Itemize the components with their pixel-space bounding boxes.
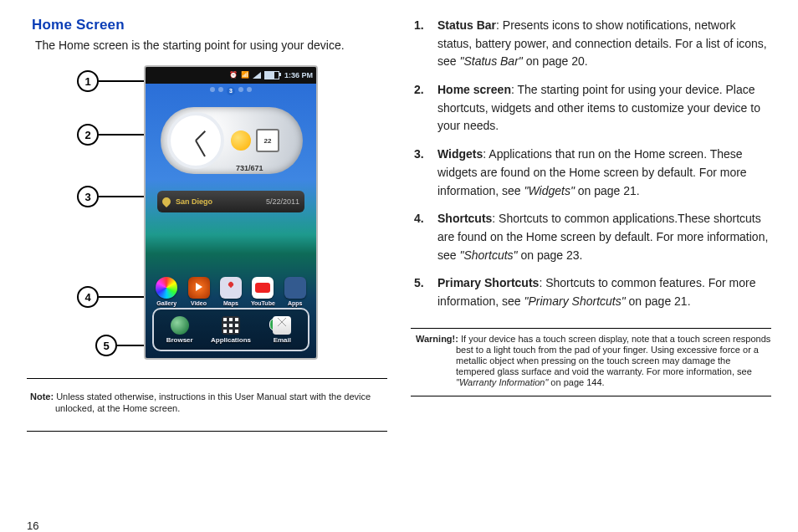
status-time: 1:36 PM	[284, 71, 313, 79]
item-term: Primary Shortcuts	[437, 276, 539, 289]
warning-label: Warning!:	[416, 334, 458, 344]
status-bar: ⏰ 📶 1:36 PM	[146, 67, 316, 84]
email-icon	[273, 316, 291, 335]
list-item: 2. Home screen: The starting point for u…	[411, 81, 771, 136]
item-crossref: "Primary Shortcuts"	[524, 294, 626, 308]
calendar-icon: 22	[256, 129, 279, 152]
app-grid-icon	[222, 316, 240, 335]
weather-city: San Diego	[176, 197, 212, 206]
alarm-icon: ⏰	[229, 71, 238, 79]
callout-1: 1	[77, 70, 146, 92]
callout-number: 5	[95, 335, 117, 356]
item-number: 3.	[414, 146, 424, 164]
note-text: Unless stated otherwise, instructions in…	[55, 391, 371, 413]
app-apps: Apps	[282, 277, 309, 306]
item-term: Home screen	[437, 83, 511, 96]
video-icon	[188, 277, 210, 299]
shortcut-row: Gallery Video Maps YouTube Apps	[146, 268, 316, 306]
device-screenshot: ⏰ 📶 1:36 PM 3	[144, 65, 318, 360]
page-dot	[210, 87, 215, 92]
sun-icon	[231, 130, 251, 151]
gallery-icon	[156, 277, 177, 299]
item-tail: on page 21.	[626, 294, 691, 308]
list-item: 1. Status Bar: Presents icons to show no…	[411, 17, 771, 71]
temperature-text: 731/671	[236, 164, 263, 172]
app-label: Apps	[282, 300, 309, 306]
battery-icon	[264, 71, 279, 79]
home-wallpaper: 3 22 731/671 San Diego	[146, 84, 316, 358]
app-label: YouTube	[249, 300, 276, 306]
page-number: 16	[27, 503, 387, 532]
divider	[27, 431, 387, 432]
warning-note: Warning!: If your device has a touch scr…	[411, 334, 771, 389]
annotated-phone-figure: 1 2 3 4 5 ⏰ 📶 1:36 PM	[27, 60, 387, 365]
item-number: 5.	[414, 274, 424, 293]
dock-label: Browser	[157, 336, 202, 344]
page-indicator: 3	[146, 87, 316, 95]
dock-applications: Applications	[208, 316, 253, 344]
dock-email: 29 Email	[259, 316, 304, 344]
app-label: Maps	[217, 300, 244, 306]
signal-icon	[253, 72, 261, 79]
divider	[411, 328, 771, 329]
page-dot	[247, 87, 252, 92]
item-tail: on page 21.	[575, 184, 640, 197]
callout-number: 1	[77, 70, 99, 92]
item-number: 4.	[414, 210, 424, 228]
dock-label: Applications	[208, 336, 253, 344]
divider	[27, 378, 387, 379]
item-tail: on page 23.	[518, 248, 583, 262]
app-gallery: Gallery	[153, 277, 180, 306]
intro-text: The Home screen is the starting point fo…	[35, 38, 387, 52]
analog-clock-icon	[167, 112, 224, 169]
list-item: 5. Primary Shortcuts: Shortcuts to commo…	[411, 274, 771, 310]
item-crossref: "Widgets"	[524, 184, 575, 197]
callout-3: 3	[77, 186, 146, 207]
left-column: Home Screen The Home screen is the start…	[27, 17, 399, 532]
page-dot-active: 3	[227, 87, 235, 95]
item-number: 2.	[414, 81, 424, 100]
item-term: Shortcuts	[437, 212, 492, 225]
network-icon: 📶	[241, 71, 249, 79]
weather-date: 5/22/2011	[266, 197, 299, 206]
divider	[411, 396, 771, 396]
item-term: Status Bar	[437, 18, 496, 32]
item-term: Widgets	[437, 147, 483, 161]
browser-icon	[171, 316, 189, 335]
dock-browser: Browser	[157, 316, 202, 344]
list-item: 4. Shortcuts: Shortcuts to common applic…	[411, 210, 771, 264]
item-crossref: "Shortcuts"	[459, 248, 517, 262]
callout-number: 2	[77, 124, 99, 146]
callout-number: 3	[77, 186, 99, 207]
right-column: 1. Status Bar: Presents icons to show no…	[399, 17, 771, 532]
clock-weather-widget: 22 731/671	[161, 107, 303, 174]
page-dot	[238, 87, 243, 92]
weather-location-bar: San Diego 5/22/2011	[157, 191, 304, 212]
dock-label: Email	[259, 336, 304, 344]
maps-icon	[220, 277, 242, 299]
app-label: Video	[186, 300, 212, 306]
location-pin-icon	[161, 196, 172, 207]
section-heading: Home Screen	[32, 17, 387, 33]
callout-4: 4	[77, 286, 146, 308]
youtube-icon	[252, 277, 274, 299]
app-label: Gallery	[153, 300, 180, 306]
app-maps: Maps	[217, 277, 244, 306]
callout-2: 2	[77, 124, 146, 146]
app-youtube: YouTube	[249, 277, 276, 306]
apps-icon	[284, 277, 306, 299]
callout-number: 4	[77, 286, 99, 308]
item-number: 1.	[414, 17, 424, 35]
callout-description-list: 1. Status Bar: Presents icons to show no…	[411, 17, 771, 321]
page-dot	[218, 87, 223, 92]
manual-page: Home Screen The Home screen is the start…	[0, 0, 798, 532]
list-item: 3. Widgets: Applications that run on the…	[411, 146, 771, 200]
figure-note: Note: Unless stated otherwise, instructi…	[27, 391, 387, 415]
warning-tail: on page 144.	[548, 377, 604, 387]
warning-body: If your device has a touch screen displa…	[456, 334, 770, 377]
note-label: Note:	[30, 391, 54, 402]
primary-shortcuts-dock: Browser Applications 29 Email	[152, 308, 309, 351]
app-video: Video	[186, 277, 212, 306]
item-tail: on page 20.	[523, 54, 588, 68]
warning-crossref: "Warranty Information"	[456, 377, 548, 387]
